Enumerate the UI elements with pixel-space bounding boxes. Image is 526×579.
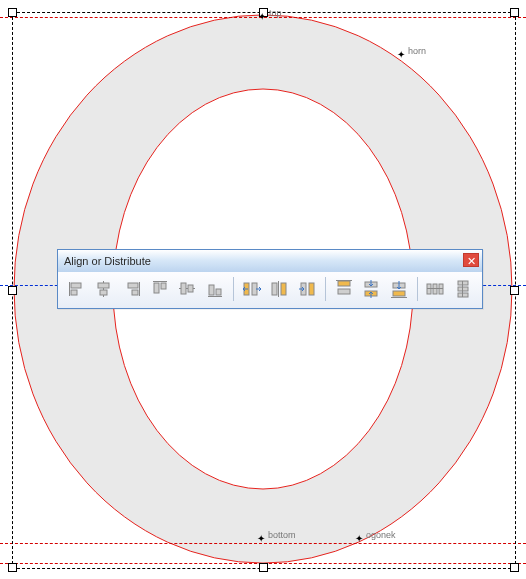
svg-rect-15 — [208, 296, 222, 297]
space-v-icon — [453, 279, 473, 299]
dist-h-left-button[interactable] — [239, 276, 265, 302]
align-center-v-button[interactable] — [175, 276, 201, 302]
dist-v-center-icon — [361, 279, 381, 299]
align-center-v-icon — [177, 279, 197, 299]
selection-handle[interactable] — [510, 286, 519, 295]
dist-h-right-icon — [297, 279, 317, 299]
svg-rect-11 — [161, 283, 166, 289]
space-h-button[interactable] — [423, 276, 449, 302]
svg-rect-7 — [128, 283, 138, 288]
align-top-button[interactable] — [147, 276, 173, 302]
toolbar-separator — [325, 277, 326, 301]
svg-rect-8 — [132, 290, 138, 295]
align-left-button[interactable] — [64, 276, 90, 302]
dist-v-top-button[interactable] — [331, 276, 357, 302]
align-right-button[interactable] — [119, 276, 145, 302]
dist-h-left-icon — [242, 279, 262, 299]
space-h-icon — [425, 279, 445, 299]
svg-rect-32 — [391, 297, 407, 298]
space-v-button[interactable] — [450, 276, 476, 302]
align-right-icon — [122, 279, 142, 299]
svg-rect-40 — [462, 281, 463, 297]
align-distribute-window[interactable]: Align or Distribute ✕ — [57, 249, 483, 309]
dist-v-center-button[interactable] — [358, 276, 384, 302]
align-center-h-icon — [94, 279, 114, 299]
window-titlebar[interactable]: Align or Distribute ✕ — [58, 250, 482, 272]
window-title: Align or Distribute — [64, 255, 151, 267]
dist-v-top-icon — [334, 279, 354, 299]
anchor-point[interactable]: ✦ — [258, 12, 266, 22]
align-top-icon — [150, 279, 170, 299]
svg-rect-6 — [139, 282, 140, 296]
anchor-label: bottom — [268, 530, 296, 540]
dist-v-bottom-icon — [389, 279, 409, 299]
svg-rect-36 — [427, 288, 443, 289]
svg-rect-13 — [181, 283, 186, 294]
svg-rect-31 — [393, 291, 405, 296]
svg-rect-25 — [338, 281, 350, 286]
svg-rect-4 — [98, 283, 109, 288]
dist-h-center-icon — [269, 279, 289, 299]
svg-rect-10 — [154, 283, 159, 293]
svg-rect-16 — [209, 285, 214, 295]
svg-rect-0 — [69, 282, 70, 296]
svg-rect-27 — [336, 280, 352, 281]
dist-h-center-button[interactable] — [266, 276, 292, 302]
svg-rect-22 — [278, 281, 279, 297]
svg-rect-17 — [216, 289, 221, 295]
svg-rect-5 — [100, 290, 107, 295]
anchor-label: ogonek — [366, 530, 396, 540]
selection-handle[interactable] — [510, 8, 519, 17]
align-bottom-icon — [205, 279, 225, 299]
dist-h-right-button[interactable] — [294, 276, 320, 302]
selection-handle[interactable] — [8, 8, 17, 17]
svg-rect-26 — [338, 289, 350, 294]
align-bottom-button[interactable] — [202, 276, 228, 302]
selection-handle[interactable] — [510, 563, 519, 572]
svg-rect-20 — [272, 283, 277, 295]
toolbar-body — [58, 272, 482, 308]
align-left-icon — [67, 279, 87, 299]
selection-handle[interactable] — [259, 563, 268, 572]
anchor-point[interactable]: ✦ — [397, 50, 405, 60]
svg-rect-1 — [71, 283, 81, 288]
svg-rect-2 — [71, 290, 77, 295]
selection-handle[interactable] — [8, 286, 17, 295]
toolbar-separator — [233, 277, 234, 301]
anchor-point[interactable]: ✦ — [257, 534, 265, 544]
close-button[interactable]: ✕ — [463, 253, 479, 267]
svg-rect-21 — [281, 283, 286, 295]
anchor-point[interactable]: ✦ — [355, 534, 363, 544]
svg-rect-14 — [188, 285, 193, 292]
dist-v-bottom-button[interactable] — [386, 276, 412, 302]
toolbar-separator — [417, 277, 418, 301]
svg-rect-24 — [309, 283, 314, 295]
selection-handle[interactable] — [8, 563, 17, 572]
anchor-label: horn — [408, 46, 426, 56]
align-center-h-button[interactable] — [92, 276, 118, 302]
svg-rect-9 — [153, 281, 167, 282]
anchor-label: top — [269, 8, 282, 18]
